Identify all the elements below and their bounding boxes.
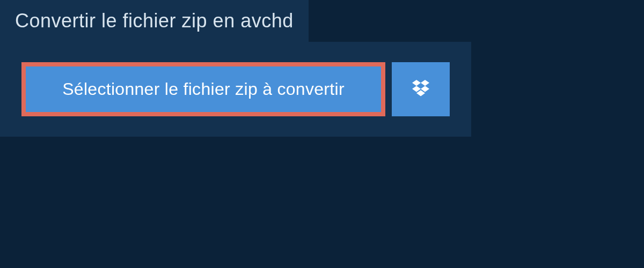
page-title: Convertir le fichier zip en avchd	[15, 10, 294, 32]
upload-panel: Sélectionner le fichier zip à convertir	[0, 42, 471, 137]
button-row: Sélectionner le fichier zip à convertir	[21, 62, 450, 116]
dropbox-icon	[410, 78, 431, 101]
dropbox-button[interactable]	[392, 62, 450, 116]
select-file-button[interactable]: Sélectionner le fichier zip à convertir	[21, 62, 385, 116]
page-header: Convertir le fichier zip en avchd	[0, 0, 309, 42]
select-file-label: Sélectionner le fichier zip à convertir	[62, 79, 345, 99]
